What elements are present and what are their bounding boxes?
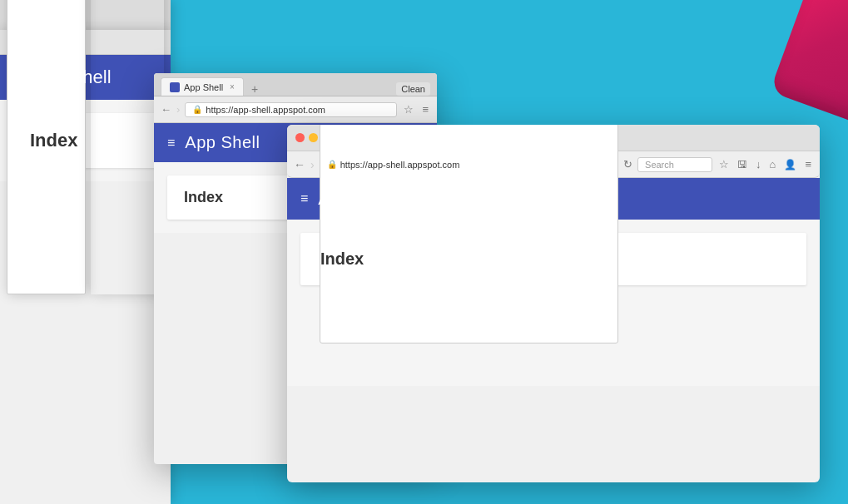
win2-lock-icon: 🔒	[192, 105, 202, 114]
win3-menu-icon[interactable]: ≡	[803, 158, 813, 170]
win1-reload-icon[interactable]: ↻	[91, 0, 164, 294]
win3-hamburger-icon[interactable]: ≡	[300, 191, 308, 206]
win3-lock-icon: 🔒	[327, 160, 337, 169]
win1-app-title: App Shell	[32, 67, 111, 88]
decorative-shape	[756, 0, 848, 133]
win2-tab-bar: App Shell × + Clean	[154, 73, 437, 96]
win2-tab-label: App Shell	[184, 82, 223, 92]
win3-download-icon[interactable]: ↓	[754, 158, 763, 170]
win3-url-bar-row: ← › 🔒 https://app-shell.appspot.com ↻ Se…	[287, 151, 820, 178]
win2-app-title: App Shell	[185, 133, 260, 152]
win2-hamburger-icon[interactable]: ≡	[167, 136, 175, 151]
win2-menu-icon[interactable]: ≡	[420, 103, 430, 116]
win1-addr-bar: app-shell.appspot.com ↻	[0, 30, 171, 55]
win2-tab-favicon	[170, 82, 180, 92]
browser-window-3: App Shell × + ← › 🔒 https://app-shell.ap…	[287, 125, 820, 482]
win2-tab-close[interactable]: ×	[230, 82, 235, 91]
win3-url-text: https://app-shell.appspot.com	[340, 160, 460, 170]
win3-home-icon[interactable]: ⌂	[768, 158, 778, 170]
win2-index-label: Index	[184, 189, 223, 205]
win2-url-bar-row: ← › 🔒 https://app-shell.appspot.com ☆ ≡	[154, 96, 437, 123]
win2-new-tab-button[interactable]: +	[248, 82, 261, 96]
win3-url-bar[interactable]: 🔒 https://app-shell.appspot.com	[320, 125, 618, 343]
win2-url-text: https://app-shell.appspot.com	[206, 105, 325, 115]
browser-window-1: ‹ › app-shell.appspot.com ↻ ≡ App Shell …	[0, 0, 171, 504]
win3-back-button[interactable]: ←	[294, 158, 305, 171]
win3-search-placeholder: Search	[645, 160, 674, 170]
win3-index-label: Index	[320, 250, 364, 268]
win2-star-icon[interactable]: ☆	[402, 103, 415, 116]
win2-tab[interactable]: App Shell ×	[161, 77, 244, 96]
win3-reload-icon[interactable]: ↻	[623, 158, 632, 170]
win3-save-icon[interactable]: 🖫	[736, 159, 749, 170]
win2-url-bar[interactable]: 🔒 https://app-shell.appspot.com	[185, 102, 397, 117]
win2-clean-button[interactable]: Clean	[396, 82, 430, 96]
win3-app-title: App Shell	[318, 188, 400, 210]
win1-hamburger-icon[interactable]: ≡	[13, 70, 21, 85]
win3-search-box[interactable]: Search	[637, 157, 712, 172]
win3-reader-icon[interactable]: 👤	[782, 159, 798, 170]
win3-star-icon[interactable]: ☆	[717, 158, 731, 170]
win3-minimize-button[interactable]	[309, 133, 318, 142]
win3-forward-button[interactable]: ›	[310, 158, 315, 171]
win1-index-label: Index	[30, 130, 77, 151]
win2-back-button[interactable]: ←	[161, 103, 171, 116]
win3-close-button[interactable]	[295, 133, 305, 142]
win2-forward-button[interactable]: ›	[176, 103, 180, 116]
